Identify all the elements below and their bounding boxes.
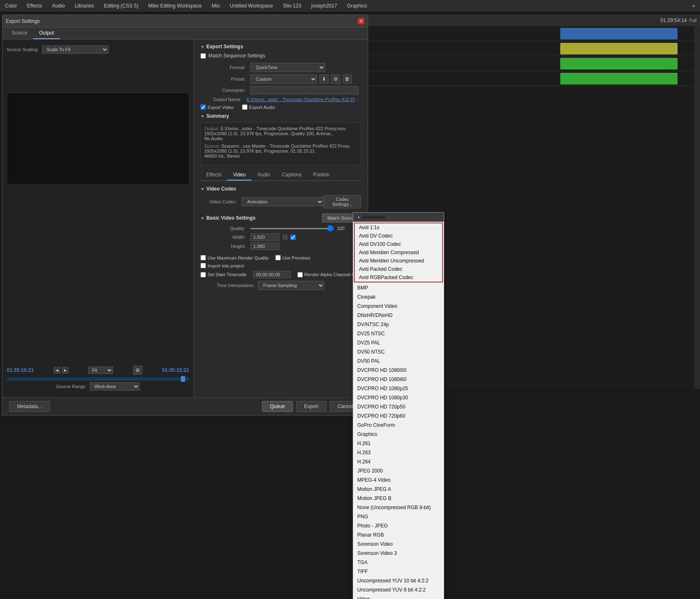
tab-source[interactable]: Source [6, 27, 33, 39]
play-fwd-btn[interactable]: ▶ [62, 367, 69, 374]
width-input[interactable] [250, 233, 280, 241]
vc-arrow[interactable]: ▼ [200, 187, 205, 191]
dropdown-mjpeg-b[interactable]: Motion JPEG B [353, 494, 444, 503]
dropdown-dv25-pal[interactable]: DV25 PAL [353, 338, 444, 347]
close-button[interactable]: ✕ [358, 18, 364, 25]
menu-effects[interactable]: Effects [25, 2, 44, 10]
play-back-btn[interactable]: ◀ [54, 367, 60, 374]
dropdown-dvcpro-720p60[interactable]: DVCPRO HD 720p60 [353, 411, 444, 421]
timeline-handle[interactable] [181, 376, 185, 382]
menu-mike-workspace[interactable]: Mike Editing Workspace [147, 2, 204, 10]
export-video-checkbox[interactable] [200, 104, 206, 110]
dropdown-png[interactable]: PNG [353, 512, 444, 521]
start-timecode-checkbox[interactable] [200, 272, 206, 277]
tab-audio[interactable]: Audio [252, 170, 276, 181]
tab-publish[interactable]: Publish [307, 170, 335, 181]
metadata-button[interactable]: Metadata... [9, 401, 50, 412]
dropdown-avid-dv100[interactable]: Avid DV100 Codec [355, 240, 442, 248]
source-scaling-select[interactable]: Scale To Fit Scale To Fill Stretch To Fi… [42, 45, 109, 54]
more-icon[interactable]: » [690, 2, 697, 10]
menu-mio[interactable]: Mio [210, 2, 221, 10]
dropdown-mjpeg-a[interactable]: Motion JPEG A [353, 485, 444, 494]
dropdown-dvcpro-1080i50[interactable]: DVCPRO HD 1080i50 [353, 366, 444, 375]
delete-preset-icon[interactable]: 🗑 [343, 74, 352, 84]
export-audio-checkbox[interactable] [242, 104, 247, 110]
dropdown-sorenson[interactable]: Sorenson Video [353, 540, 444, 549]
preset-select[interactable]: Custom Match Source - High bitrate [250, 74, 317, 84]
menu-graphics[interactable]: Graphics [345, 2, 369, 10]
match-sequence-checkbox[interactable] [200, 53, 206, 59]
dropdown-bmp[interactable]: BMP [353, 283, 444, 292]
manage-preset-icon[interactable]: ⚙ [331, 74, 340, 84]
dropdown-uncompressed-yuv8[interactable]: Uncompressed YUV 8 bit 4:2:2 [353, 585, 444, 594]
height-input[interactable] [250, 243, 280, 250]
dropdown-planar-rgb[interactable]: Planar RGB [353, 530, 444, 540]
dropdown-avid-dv[interactable]: Avid DV Codec [355, 232, 442, 240]
menu-editing[interactable]: Editing (CSS 5) [102, 2, 140, 10]
dropdown-mpeg4[interactable]: MPEG-4 Video [353, 475, 444, 485]
dropdown-cinepak[interactable]: Cinepak [353, 292, 444, 302]
render-alpha-checkbox[interactable] [297, 272, 303, 277]
time-interp-select[interactable]: Frame Sampling Frame Blending Optical Fl… [258, 281, 324, 290]
constrain-checkbox[interactable] [290, 235, 296, 240]
tab-video[interactable]: Video [227, 170, 251, 181]
tab-output[interactable]: Output [33, 27, 60, 39]
quality-slider[interactable] [250, 228, 334, 229]
dropdown-h263[interactable]: H.263 [353, 448, 444, 457]
bvs-arrow[interactable]: ▼ [200, 216, 205, 220]
output-name-link[interactable]: E:\Demo...aster - Timecode Quicktime Pro… [247, 97, 361, 102]
dropdown-graphics[interactable]: Graphics [353, 430, 444, 439]
menu-untitled[interactable]: Untitled Workspace [228, 2, 275, 10]
dropdown-h261[interactable]: H.261 [353, 439, 444, 448]
dropdown-none-uncompressed[interactable]: None (Uncompressed RGB 8-bit) [353, 503, 444, 512]
tab-captions[interactable]: Captions [276, 170, 307, 181]
dropdown-avid-meridien-compressed[interactable]: Avid Meridien Compressed [355, 248, 442, 257]
menu-silo[interactable]: Silo-123 [281, 2, 303, 10]
collapse-arrow[interactable]: ▼ [200, 45, 205, 49]
dropdown-avid-meridien-uncompressed[interactable]: Avid Meridien Uncompressed [355, 257, 442, 265]
dropdown-dnxhr[interactable]: DNxHR/DNxHD [353, 311, 444, 320]
dropdown-component-video[interactable]: Component Video [353, 302, 444, 311]
dropdown-photo-jpeg[interactable]: Photo - JPEG [353, 521, 444, 530]
dropdown-dv-ntsc[interactable]: DV/NTSC 24p [353, 320, 444, 329]
export-button[interactable]: Export [296, 401, 327, 412]
dropdown-uncompressed-yuv10[interactable]: Uncompressed YUV 10 bit 4:2:2 [353, 576, 444, 585]
dropdown-tiff[interactable]: TIFF [353, 567, 444, 576]
dropdown-animation-item[interactable]: Animation [363, 214, 385, 220]
dropdown-dvcpro-1080p25[interactable]: DVCPRO HD 1080p25 [353, 384, 444, 393]
dropdown-avid-rgbpacked[interactable]: Avid RGBPacked Codec [355, 273, 442, 282]
dropdown-avid-packed[interactable]: Avid Packed Codec [355, 265, 442, 273]
summary-arrow[interactable]: ▼ [200, 114, 205, 119]
dropdown-dvcpro-1080i60[interactable]: DVCPRO HD 1080i60 [353, 375, 444, 384]
menu-joseph[interactable]: joseph2017 [309, 2, 339, 10]
use-previews-checkbox[interactable] [275, 255, 281, 260]
dropdown-avid-1x[interactable]: Avid 1:1x [355, 223, 442, 232]
rt-scrollbar[interactable] [694, 26, 700, 389]
dropdown-dv50-pal[interactable]: DV50 PAL [353, 356, 444, 366]
dropdown-sorenson3[interactable]: Sorenson Video 3 [353, 549, 444, 558]
queue-button[interactable]: Queue [262, 401, 293, 412]
codec-settings-button[interactable]: Codec Settings... [324, 195, 361, 208]
menu-libraries[interactable]: Libraries [73, 2, 96, 10]
dropdown-tga[interactable]: TGA [353, 558, 444, 567]
dropdown-gopro[interactable]: GoPro CineForm [353, 421, 444, 430]
video-codec-select[interactable]: Animation H.264 ProRes 422 [242, 197, 324, 206]
source-range-select[interactable]: Work Area Entire Sequence [90, 382, 140, 391]
timeline-bar[interactable] [7, 377, 189, 381]
max-render-checkbox[interactable] [200, 255, 206, 260]
frame-icon[interactable]: ⊞ [133, 366, 142, 375]
dropdown-h264[interactable]: H.264 [353, 457, 444, 466]
fit-select[interactable]: Fit [88, 366, 113, 374]
import-checkbox[interactable] [200, 263, 206, 268]
format-select[interactable]: QuickTime H.264 [250, 63, 325, 72]
menu-audio[interactable]: Audio [50, 2, 67, 10]
start-timecode-input[interactable] [253, 271, 291, 278]
comments-input[interactable] [250, 86, 359, 94]
dropdown-jpeg2000[interactable]: JPEG 2000 [353, 466, 444, 475]
tab-effects[interactable]: Effects [200, 170, 227, 181]
dropdown-video[interactable]: Video [353, 594, 444, 599]
dropdown-dv25-ntsc[interactable]: DV25 NTSC [353, 329, 444, 338]
save-preset-icon[interactable]: ⬇ [319, 74, 329, 84]
menu-color[interactable]: Color [3, 2, 19, 10]
dropdown-dvcpro-720p50[interactable]: DVCPRO HD 720p50 [353, 402, 444, 411]
